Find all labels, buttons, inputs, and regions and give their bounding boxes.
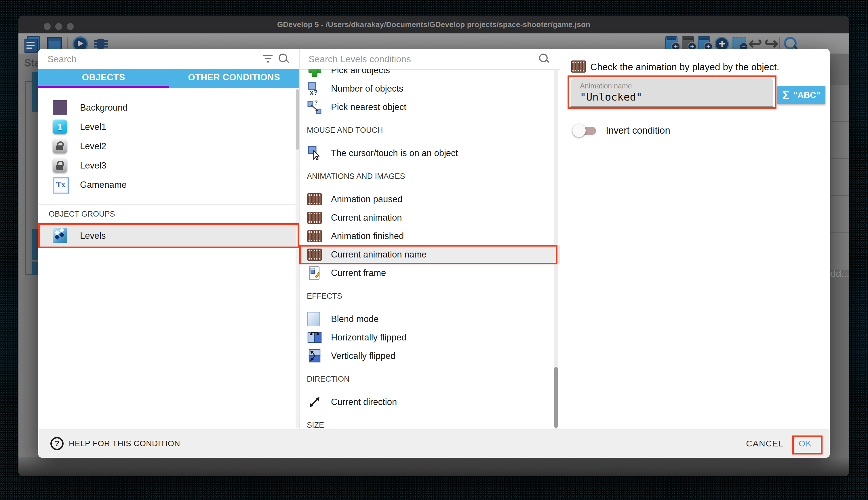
condition-description: Check the animation by played by the obj…: [590, 60, 779, 74]
object-row-gamename[interactable]: Gamename: [38, 175, 299, 194]
object-search-bar: [38, 49, 299, 70]
filmstrip-icon: [307, 212, 322, 224]
level1-thumbnail-icon: [53, 120, 67, 134]
instruction-or-object-selector: OBJECTSOTHER CONDITIONS BackgroundLevel1…: [38, 49, 299, 429]
condition-row-animation-paused[interactable]: Animation paused: [299, 190, 560, 208]
object-list: BackgroundLevel1Level2Level3GamenameOBJE…: [38, 88, 299, 429]
condition-row-blend-mode[interactable]: Blend mode: [299, 310, 560, 328]
toolbar-divider: [729, 37, 729, 50]
pick-all-icon: [307, 69, 322, 78]
animation-name-field[interactable]: Animation name "Unlocked": [571, 78, 773, 107]
section-divider: [38, 204, 299, 205]
tab-other-conditions[interactable]: OTHER CONDITIONS: [169, 69, 300, 88]
object-row-level1[interactable]: Level1: [38, 117, 299, 137]
window-title: GDevelop 5 - /Users/dkarakay/Documents/G…: [19, 15, 849, 33]
condition-label: Current direction: [331, 397, 397, 407]
condition-row-pick-all-objects[interactable]: Pick all objects: [299, 69, 560, 79]
object-row-level2[interactable]: Level2: [38, 137, 299, 156]
condition-row-pick-nearest-object[interactable]: ?Pick nearest object: [299, 98, 560, 116]
object-row-background[interactable]: Background: [38, 98, 299, 117]
scene-tab-label: Sta: [24, 57, 40, 69]
h-flip-icon: [307, 330, 322, 345]
condition-label: Current frame: [331, 268, 386, 278]
condition-row-number-of-objects[interactable]: Number of objects: [299, 79, 560, 98]
text-thumbnail-icon: [53, 178, 69, 194]
event-row: [831, 196, 849, 233]
condition-search-bar: [299, 49, 560, 70]
condition-group-header: MOUSE AND TOUCH: [299, 126, 383, 135]
left-scrollbar[interactable]: [296, 89, 299, 428]
filmstrip-icon: [307, 230, 322, 242]
desktop: { "window": { "title": "GDevelop 5 - /Us…: [0, 0, 868, 500]
app-window: GDevelop 5 - /Users/dkarakay/Documents/G…: [19, 15, 849, 476]
group-thumbnail-icon: [53, 228, 67, 243]
search-icon[interactable]: [539, 54, 550, 65]
dialog-footer: ? HELP FOR THIS CONDITION CANCEL OK: [38, 429, 830, 458]
invert-condition-toggle[interactable]: [572, 122, 598, 139]
search-icon[interactable]: [279, 54, 290, 65]
number-objects-icon: [307, 81, 322, 96]
tab-objects[interactable]: OBJECTS: [38, 69, 169, 88]
condition-group-header: SIZE: [299, 421, 324, 429]
filter-icon[interactable]: [263, 55, 273, 64]
blend-mode-icon: [307, 312, 320, 326]
event-row: [831, 122, 849, 159]
condition-label: Number of objects: [331, 83, 403, 94]
condition-row-current-frame[interactable]: Current frame: [299, 264, 560, 282]
sigma-icon: Σ: [783, 89, 789, 102]
condition-row-vertically-flipped[interactable]: Vertically flipped: [299, 347, 560, 365]
group-row-levels[interactable]: Levels: [38, 223, 299, 248]
events-right-panel: dd...: [830, 54, 849, 476]
condition-row-current-animation-name[interactable]: Current animation name: [299, 246, 560, 264]
field-label: Animation name: [580, 82, 632, 90]
lock-thumbnail-icon: [53, 158, 67, 172]
pick-nearest-icon: ?: [307, 100, 322, 114]
help-label: HELP FOR THIS CONDITION: [69, 439, 180, 448]
object-search-input[interactable]: [47, 51, 231, 67]
condition-row-horizontally-flipped[interactable]: Horizontally flipped: [299, 328, 560, 347]
condition-row-current-animation[interactable]: Current animation: [299, 208, 560, 227]
ok-button[interactable]: OK: [799, 430, 812, 458]
object-label: Gamename: [80, 180, 127, 190]
condition-row-the-cursor-touch-is-on-an-object[interactable]: The cursor/touch is on an object: [299, 144, 560, 162]
help-link[interactable]: ? HELP FOR THIS CONDITION: [50, 430, 180, 458]
event-block: [32, 72, 38, 112]
condition-list: Pick all objectsNumber of objects?Pick n…: [299, 69, 560, 429]
field-value: "Unlocked": [580, 91, 642, 103]
condition-label: Current animation: [331, 213, 402, 223]
object-groups-header: OBJECT GROUPS: [38, 210, 115, 218]
condition-search-input[interactable]: [308, 51, 492, 67]
project-manager-icon[interactable]: [24, 36, 39, 51]
dialog-shadow-band: [19, 457, 849, 476]
condition-row-current-direction[interactable]: Current direction: [299, 393, 560, 411]
condition-label: Vertically flipped: [331, 351, 396, 361]
annotation-rectangle-levels: [38, 223, 299, 248]
object-label: Background: [80, 103, 128, 113]
background-thumbnail-icon: [53, 100, 67, 115]
v-flip-icon: [307, 349, 322, 363]
condition-label: Current animation name: [331, 249, 427, 260]
object-label: Level2: [80, 141, 106, 151]
event-block: [32, 229, 38, 260]
expression-button-label: "ABC": [794, 90, 820, 100]
condition-group-header: DIRECTION: [299, 375, 350, 383]
invert-condition-label: Invert condition: [606, 124, 670, 137]
left-scrollbar-thumb[interactable]: [296, 89, 299, 150]
help-icon: ?: [50, 437, 63, 450]
condition-label: The cursor/touch is on an object: [331, 148, 458, 158]
cancel-button[interactable]: CANCEL: [746, 430, 784, 458]
condition-row-animation-finished[interactable]: Animation finished: [299, 227, 560, 246]
condition-list-panel: Pick all objectsNumber of objects?Pick n…: [299, 49, 560, 429]
expression-builder-button[interactable]: Σ "ABC": [777, 86, 825, 104]
event-block: [32, 262, 38, 275]
middle-scrollbar-thumb[interactable]: [554, 367, 558, 428]
middle-scrollbar[interactable]: [554, 69, 558, 429]
object-row-level3[interactable]: Level3: [38, 156, 299, 175]
condition-editor-dialog: OBJECTSOTHER CONDITIONS BackgroundLevel1…: [38, 49, 830, 457]
current-frame-icon: [307, 266, 322, 280]
condition-group-header: EFFECTS: [299, 292, 342, 300]
toolbar-divider: [779, 37, 780, 50]
svg-text:?: ?: [314, 100, 318, 106]
condition-label: Horizontally flipped: [331, 332, 406, 343]
condition-group-header: ANIMATIONS AND IMAGES: [299, 172, 405, 181]
